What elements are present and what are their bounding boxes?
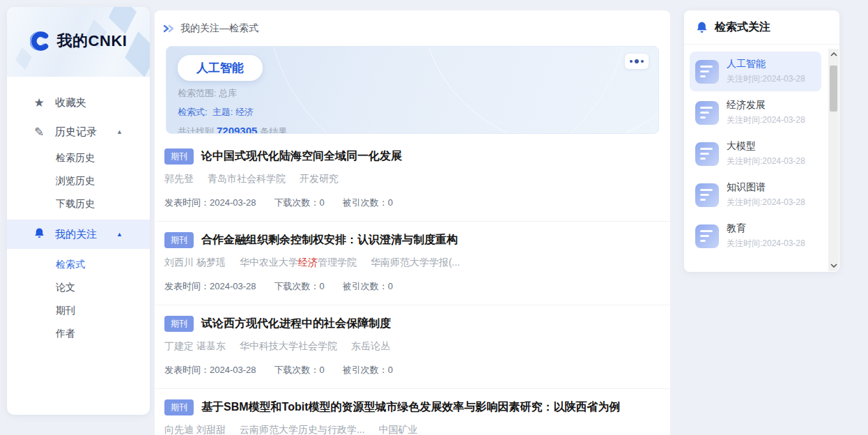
more-actions-button[interactable] xyxy=(625,54,649,69)
article-meta: 发表时间：2024-03-28下载次数：0被引次数：0 xyxy=(164,197,660,209)
cnki-logo: 我的CNKI xyxy=(7,31,150,52)
author-segment: 华中农业大学经济管理学院 xyxy=(240,257,357,268)
document-icon xyxy=(695,142,719,166)
follow-name: 人工智能 xyxy=(727,58,805,70)
sidebar-item-search-history[interactable]: 检索历史 xyxy=(7,146,150,169)
follow-item-text: 大模型关注时间:2024-03-28 xyxy=(727,140,805,167)
follow-name: 教育 xyxy=(727,222,805,235)
app-title: 我的CNKI xyxy=(57,31,127,52)
author-segment: 云南师范大学历史与行政学... xyxy=(240,424,365,435)
scroll-up-icon[interactable] xyxy=(830,49,837,60)
search-expression-line: 检索式: 主题: 经济 xyxy=(178,106,647,119)
left-sidebar: 我的CNKI ★ 收藏夹 ✎ 历史记录 ▲ 检索历史 浏览历史 下载历史 我的关… xyxy=(7,7,150,415)
author-segment: 中国矿业 xyxy=(379,424,418,435)
sidebar-item-search-expression[interactable]: 检索式 xyxy=(7,253,150,276)
follow-time: 关注时间:2024-03-28 xyxy=(727,238,805,250)
follow-item[interactable]: 经济发展关注时间:2024-03-28 xyxy=(690,93,821,132)
article-title[interactable]: 试论西方现代化进程中的社会保障制度 xyxy=(201,316,391,331)
follow-item-text: 知识图谱关注时间:2024-03-28 xyxy=(727,181,805,208)
follow-item[interactable]: 人工智能关注时间:2024-03-28 xyxy=(690,52,821,91)
author-text: 青岛市社会科学院 xyxy=(208,173,286,184)
sidebar-item-papers[interactable]: 论文 xyxy=(7,276,150,299)
sidebar-item-browse-history[interactable]: 浏览历史 xyxy=(7,169,150,192)
doc-line xyxy=(700,148,713,150)
doc-line xyxy=(700,240,706,242)
article-title[interactable]: 论中国式现代化陆海空间全域同一化发展 xyxy=(201,149,402,164)
collapse-arrow-icon[interactable]: ▲ xyxy=(116,231,123,238)
article-title[interactable]: 合作金融组织剩余控制权安排：认识澄清与制度重构 xyxy=(201,233,458,247)
article-authors: 丁建定 谌基东华中科技大学社会学院东岳论丛 xyxy=(164,340,660,353)
author-text: 云南师范大学历史与行政学... xyxy=(240,424,365,435)
sidebar-item-journals[interactable]: 期刊 xyxy=(7,299,150,322)
journal-badge: 期刊 xyxy=(164,399,194,415)
follow-time: 关注时间:2024-03-28 xyxy=(727,197,805,208)
sidebar-item-history[interactable]: ✎ 历史记录 ▲ xyxy=(7,117,150,146)
sidebar-item-authors[interactable]: 作者 xyxy=(7,322,150,345)
followed-query-card[interactable]: 人工智能 检索范围: 总库 检索式: 主题: 经济 共计找到7209305条结果 xyxy=(166,46,659,134)
sidebar-item-favorites[interactable]: ★ 收藏夹 xyxy=(7,88,150,117)
author-text: 开发研究 xyxy=(300,173,339,184)
follow-item[interactable]: 大模型关注时间:2024-03-28 xyxy=(690,134,821,174)
article-item: 期刊试论西方现代化进程中的社会保障制度丁建定 谌基东华中科技大学社会学院东岳论丛… xyxy=(155,305,670,389)
article-header: 期刊试论西方现代化进程中的社会保障制度 xyxy=(164,316,660,332)
search-scope-line: 检索范围: 总库 xyxy=(178,87,647,100)
follow-time: 关注时间:2024-03-28 xyxy=(727,73,805,85)
article-header: 期刊合作金融组织剩余控制权安排：认识澄清与制度重构 xyxy=(164,232,660,248)
logo-banner: 我的CNKI xyxy=(7,7,150,77)
cnki-c-icon xyxy=(30,31,51,52)
sidebar-item-my-follow[interactable]: 我的关注 ▲ xyxy=(7,220,150,249)
article-header: 期刊基于SBM模型和Tobit模型的资源型城市绿色发展效率与影响因素研究：以陕西… xyxy=(164,399,660,415)
doc-line xyxy=(700,230,713,232)
scroll-down-icon[interactable] xyxy=(830,260,837,271)
author-segment: 向先迪 刘甜甜 xyxy=(164,424,226,435)
publish-time: 发表时间：2024-03-28 xyxy=(164,281,256,291)
doc-line xyxy=(700,199,706,201)
follow-item-text: 经济发展关注时间:2024-03-28 xyxy=(727,99,805,126)
doc-line xyxy=(700,112,709,114)
author-text: 管理学院 xyxy=(318,257,357,268)
follow-item[interactable]: 知识图谱关注时间:2024-03-28 xyxy=(690,175,821,215)
follow-item-text: 教育关注时间:2024-03-28 xyxy=(727,222,805,250)
follow-name: 知识图谱 xyxy=(727,181,805,194)
follow-name: 大模型 xyxy=(727,140,805,153)
doc-line xyxy=(700,66,713,68)
author-segment: 华南师范大学学报(... xyxy=(371,257,460,268)
document-icon xyxy=(695,183,719,207)
bell-icon xyxy=(695,21,708,34)
follow-list: 人工智能关注时间:2024-03-28经济发展关注时间:2024-03-28大模… xyxy=(684,45,839,263)
article-title[interactable]: 基于SBM模型和Tobit模型的资源型城市绿色发展效率与影响因素研究：以陕西省为… xyxy=(201,400,620,415)
scrollbar[interactable] xyxy=(828,49,839,271)
doc-line xyxy=(700,116,706,119)
breadcrumb: 我的关注—检索式 xyxy=(155,10,670,43)
collapse-arrow-icon[interactable]: ▲ xyxy=(116,128,123,135)
follow-name: 经济发展 xyxy=(727,99,805,112)
publish-time: 发表时间：2024-03-28 xyxy=(164,197,256,208)
bell-icon xyxy=(32,227,46,241)
doc-line xyxy=(700,194,709,196)
follow-panel-header: 检索式关注 xyxy=(684,10,839,45)
document-icon xyxy=(695,60,719,84)
document-icon xyxy=(695,101,719,125)
follow-time: 关注时间:2024-03-28 xyxy=(727,155,805,167)
follow-panel-title: 检索式关注 xyxy=(715,20,770,35)
author-text: 丁建定 谌基东 xyxy=(164,340,226,351)
scrollbar-track[interactable] xyxy=(828,60,839,260)
article-item: 期刊基于SBM模型和Tobit模型的资源型城市绿色发展效率与影响因素研究：以陕西… xyxy=(155,389,670,435)
article-authors: 向先迪 刘甜甜云南师范大学历史与行政学...中国矿业 xyxy=(164,424,660,435)
follow-item[interactable]: 教育关注时间:2024-03-28 xyxy=(690,216,821,256)
download-count: 下载次数：0 xyxy=(274,365,325,375)
doc-line xyxy=(700,75,706,77)
keyword-pill[interactable]: 人工智能 xyxy=(178,55,263,81)
scrollbar-thumb[interactable] xyxy=(830,66,837,112)
author-segment: 刘西川 杨梦瑶 xyxy=(164,257,226,268)
author-text: 华中科技大学社会学院 xyxy=(240,340,337,351)
journal-badge: 期刊 xyxy=(164,232,194,248)
journal-badge: 期刊 xyxy=(164,316,194,332)
ellipsis-icon xyxy=(635,59,639,63)
doc-line xyxy=(700,189,713,191)
sidebar-item-download-history[interactable]: 下载历史 xyxy=(7,192,150,215)
pen-icon: ✎ xyxy=(32,126,46,138)
download-count: 下载次数：0 xyxy=(274,281,325,291)
citation-count: 被引次数：0 xyxy=(343,197,393,208)
author-segment: 华中科技大学社会学院 xyxy=(240,340,337,351)
